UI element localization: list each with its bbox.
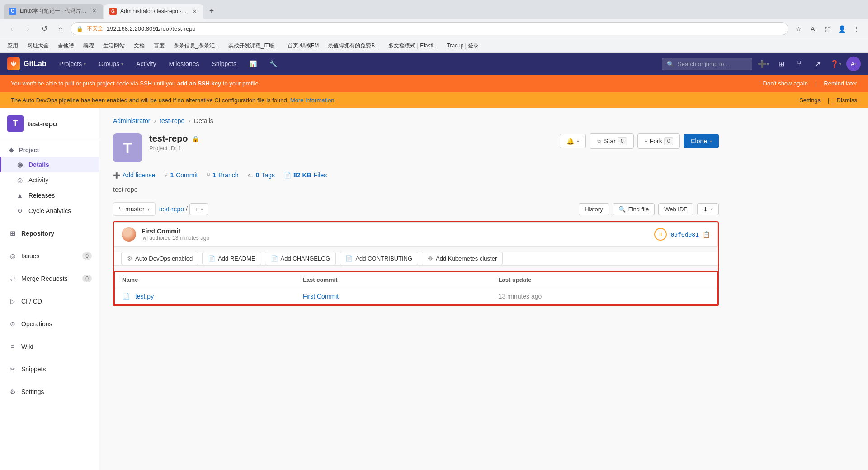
stat-tags[interactable]: 🏷 0 Tags [248,171,275,179]
bookmark-shasun[interactable]: 杀杀信息_杀杀汇... [172,41,221,51]
star-button[interactable]: ☆ Star 0 [590,133,633,149]
nav-milestones[interactable]: Milestones [164,57,205,71]
auto-devops-button[interactable]: ⚙ Auto DevOps enabled [121,252,198,265]
bookmark-icon[interactable]: ☆ [792,23,805,35]
address-bar[interactable]: 🔒 不安全 192.168.2.200:8091/root/test-repo [71,22,788,35]
sidebar-item-issues[interactable]: ◎ Issues 0 [0,248,99,264]
sidebar-item-operations[interactable]: ⊙ Operations [0,316,99,332]
file-table-body: 📄 test.py First Commit 13 minutes ago [114,288,717,305]
sidebar-project-header[interactable]: T test-repo [0,108,99,139]
sidebar-item-releases[interactable]: ▲ Releases [0,188,99,203]
bookmark-tracup[interactable]: Tracup | 登录 [445,41,481,51]
tab-linux[interactable]: G Linux学习笔记一 - 代码片段 - 石 ✕ [4,4,103,19]
find-file-button[interactable]: 🔍 Find file [613,203,655,215]
gitlab-logo[interactable]: GitLab [7,57,47,70]
sidebar-section-project-header[interactable]: ◆ Project [0,143,99,157]
add-contributing-button[interactable]: 📄 Add CONTRIBUTING [340,252,418,265]
security-label: 不安全 [87,25,103,33]
sidebar-item-settings[interactable]: ⚙ Settings [0,384,99,399]
stat-files[interactable]: 📄 82 KB Files [284,171,327,179]
nav-activity[interactable]: Activity [131,57,161,71]
bookmark-apps[interactable]: 应用 [5,41,20,51]
sidebar-section-cicd: ▷ CI / CD [0,290,99,313]
copy-commit-hash-icon[interactable]: 📋 [703,231,710,238]
pipeline-status-icon[interactable]: ⏸ [654,228,667,241]
commit-hash[interactable]: 09f6d981 [670,231,699,238]
new-tab-button[interactable]: + [204,4,219,19]
help-icon[interactable]: ❓ ▾ [828,57,843,71]
branch-selector[interactable]: ⑂ master ▾ [113,202,156,216]
global-search[interactable]: 🔍 Search or jump to... [662,58,752,70]
download-icon: ⬇ [703,206,708,213]
web-ide-button[interactable]: Web IDE [658,203,693,215]
bookmark-elastic[interactable]: 多文档模式 | Elasti... [387,41,439,51]
home-button[interactable]: ⌂ [54,23,67,35]
bookmark-guitar[interactable]: 吉他谱 [56,41,76,51]
sidebar-item-merge-requests[interactable]: ⇄ Merge Requests 0 [0,271,99,286]
nav-projects[interactable]: Projects ▾ [54,57,92,71]
bookmark-docs[interactable]: 文档 [132,41,146,51]
remind-later-button[interactable]: | [815,80,816,87]
notifications-button[interactable]: 🔔 ▾ [560,134,586,148]
breadcrumb-repo[interactable]: test-repo [160,117,184,124]
add-changelog-button[interactable]: 📄 Add CHANGELOG [265,252,336,265]
remind-later-label[interactable]: Remind later [824,80,857,87]
user-profile-icon[interactable]: 👤 [835,23,848,35]
download-button[interactable]: ⬇ ▾ [697,203,719,215]
bookmark-programming[interactable]: 编程 [81,41,96,51]
add-readme-button[interactable]: 📄 Add README [202,252,261,265]
sidebar-item-cycle-analytics[interactable]: ↻ Cycle Analytics [0,203,99,218]
stat-license[interactable]: ➕ Add license [113,171,155,179]
devops-dismiss-button[interactable]: Dismiss [837,97,858,104]
new-file-button[interactable]: + ▾ [189,203,208,215]
sidebar-item-repository[interactable]: ⊞ Repository [0,226,99,241]
sidebar-item-details[interactable]: ◉ Details [0,157,99,172]
fork-icon[interactable]: ⑂ [792,57,807,71]
file-name-link[interactable]: test.py [135,293,154,300]
grid-icon[interactable]: ⊞ [774,57,788,71]
nav-wrench[interactable]: 🔧 [264,57,283,71]
forward-button[interactable]: › [22,23,34,35]
stat-branches[interactable]: ⑂ 1 Branch [207,171,238,179]
bookmark-baidu[interactable]: 百度 [152,41,166,51]
clone-button[interactable]: Clone ▾ [684,134,719,148]
bookmark-navigation[interactable]: 网址大全 [25,41,51,51]
translate-icon[interactable]: A [807,23,819,35]
bookmark-life[interactable]: 生活网站 [101,41,127,51]
action-buttons: ⚙ Auto DevOps enabled 📄 Add README 📄 Add… [114,252,718,266]
devops-settings-link[interactable]: Settings [799,97,821,104]
find-file-label: Find file [628,206,649,213]
plus-icon[interactable]: ➕ ▾ [756,57,770,71]
stat-commits[interactable]: ⑂ 1 Commit [164,171,198,179]
dont-show-again-button[interactable]: Don't show again [763,80,808,87]
tab-gitlab[interactable]: G Administrator / test-repo · Git ✕ [104,4,203,19]
file-commit-link[interactable]: First Commit [303,293,339,300]
merge-request-icon[interactable]: ↗ [810,57,825,71]
tab-linux-close[interactable]: ✕ [90,8,98,15]
sidebar-item-activity[interactable]: ◎ Activity [0,172,99,188]
bookmark-fm[interactable]: 首页-蜗蜗FM [286,41,321,51]
project-stats: ➕ Add license ⑂ 1 Commit ⑂ 1 Branch 🏷 0 … [113,171,719,179]
more-info-link[interactable]: More information [290,97,335,104]
ssh-key-link[interactable]: add an SSH key [177,80,222,87]
reload-button[interactable]: ↺ [38,23,51,35]
more-options-icon[interactable]: ⋮ [850,23,863,35]
add-kubernetes-button[interactable]: ☸ Add Kubernetes cluster [422,252,503,265]
repo-path-link[interactable]: test-repo [159,205,184,213]
bookmark-shizhan[interactable]: 实战开发课程_IT培... [226,41,280,51]
breadcrumb-administrator[interactable]: Administrator [113,117,150,124]
nav-snippets[interactable]: Snippets [206,57,241,71]
extensions-icon[interactable]: ⬚ [821,23,834,35]
back-button[interactable]: ‹ [5,23,18,35]
sidebar-item-wiki[interactable]: ≡ Wiki [0,339,99,354]
sidebar-item-snippets[interactable]: ✂ Snippets [0,361,99,377]
sidebar-item-cicd[interactable]: ▷ CI / CD [0,294,99,309]
commit-info: First Commit lwj authored 13 minutes ago [142,228,649,241]
history-button[interactable]: History [579,203,609,215]
fork-button[interactable]: ⑂ Fork 0 [637,133,680,149]
user-avatar[interactable]: A ▾ [846,57,861,71]
bookmark-free[interactable]: 最值得拥有的免费B... [326,41,381,51]
tab-gitlab-close[interactable]: ✕ [191,8,198,15]
nav-chart[interactable]: 📊 [244,57,262,71]
nav-groups[interactable]: Groups ▾ [93,57,129,71]
